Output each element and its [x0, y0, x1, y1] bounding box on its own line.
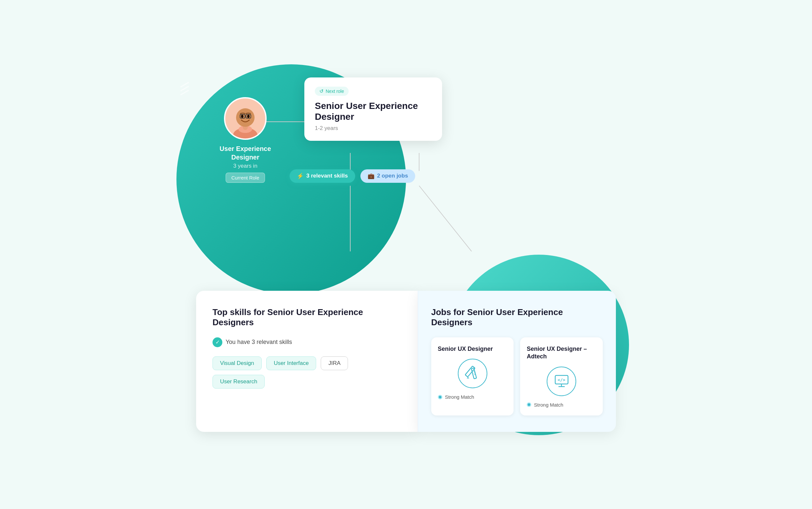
- jobs-pill[interactable]: 💼 2 open jobs: [360, 169, 415, 183]
- skill-tag-visual-design[interactable]: Visual Design: [213, 357, 262, 370]
- user-current-role: User Experience Designer: [220, 144, 271, 162]
- jobs-card: Jobs for Senior User Experience Designer…: [418, 291, 616, 432]
- svg-line-18: [473, 370, 475, 370]
- refresh-icon: ↺: [320, 88, 324, 94]
- bottom-cards: Top skills for Senior User Experience De…: [196, 291, 616, 432]
- svg-line-20: [474, 373, 475, 373]
- job-icon-circle-2: </>: [547, 367, 576, 396]
- svg-line-19: [474, 371, 475, 372]
- avatar: [224, 97, 267, 140]
- next-role-card: ↺ Next role Senior User Experience Desig…: [304, 77, 442, 141]
- job-card-2[interactable]: Senior UX Designer – Adtech </>: [520, 337, 603, 415]
- skills-check-text: You have 3 relevant skills: [226, 339, 292, 346]
- svg-point-11: [247, 114, 250, 117]
- job-match-label-2: Strong Match: [534, 402, 563, 408]
- svg-line-4: [419, 186, 472, 251]
- user-node: User Experience Designer 3 years in Curr…: [213, 97, 278, 183]
- jobs-card-title: Jobs for Senior User Experience Designer…: [431, 307, 603, 328]
- match-dot-1: [438, 395, 442, 399]
- skills-card: Top skills for Senior User Experience De…: [196, 291, 418, 432]
- match-dot-2: [527, 402, 531, 407]
- skills-pill-label: 3 relevant skills: [306, 173, 348, 179]
- skill-tag-user-interface[interactable]: User Interface: [266, 357, 317, 370]
- briefcase-icon: 💼: [368, 173, 374, 179]
- svg-text:</>: </>: [557, 377, 565, 382]
- jobs-grid: Senior UX Designer: [431, 337, 603, 415]
- user-years: 3 years in: [233, 163, 257, 169]
- job-card-1[interactable]: Senior UX Designer: [431, 337, 514, 415]
- lightning-icon: ⚡: [297, 173, 304, 179]
- skill-tag-user-research[interactable]: User Research: [213, 375, 265, 388]
- next-role-duration: 1-2 years: [315, 125, 432, 132]
- svg-point-10: [241, 114, 244, 117]
- job-title-2: Senior UX Designer – Adtech: [527, 345, 596, 361]
- skill-tag-jira[interactable]: JIRA: [321, 357, 348, 370]
- pills-row: ⚡ 3 relevant skills 💼 2 open jobs: [290, 169, 415, 183]
- svg-point-9: [236, 108, 255, 127]
- check-icon: ✓: [213, 337, 222, 347]
- next-role-badge-label: Next role: [326, 89, 344, 94]
- job-match-label-1: Strong Match: [445, 394, 474, 400]
- next-role-title: Senior User Experience Designer: [315, 100, 432, 123]
- current-role-badge: Current Role: [226, 173, 265, 183]
- next-role-badge: ↺ Next role: [315, 87, 348, 96]
- job-match-1: Strong Match: [438, 394, 507, 400]
- job-icon-circle-1: [458, 359, 487, 388]
- skills-card-title: Top skills for Senior User Experience De…: [213, 307, 401, 328]
- svg-line-21: [474, 374, 476, 375]
- skills-pill[interactable]: ⚡ 3 relevant skills: [290, 169, 355, 183]
- jobs-pill-label: 2 open jobs: [377, 173, 408, 179]
- skills-check-row: ✓ You have 3 relevant skills: [213, 337, 401, 347]
- job-match-2: Strong Match: [527, 402, 596, 408]
- decorative-dashes: [180, 84, 190, 96]
- job-title-1: Senior UX Designer: [438, 345, 507, 353]
- svg-marker-16: [467, 377, 469, 378]
- skills-tags: Visual Design User Interface JIRA User R…: [213, 357, 401, 388]
